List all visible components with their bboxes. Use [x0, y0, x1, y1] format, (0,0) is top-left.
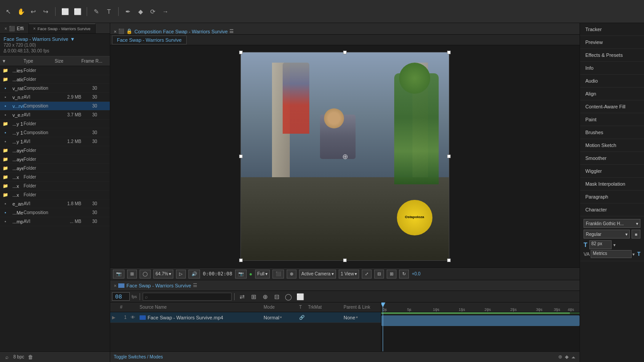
viewer-playback-btn[interactable]: ▷ — [176, 270, 186, 278]
layer-parent-dropdown[interactable]: None ▾ — [344, 315, 379, 320]
hand-tool-icon[interactable]: ✋ — [16, 7, 26, 16]
panel-item-character[interactable]: Character — [580, 203, 644, 216]
viewer-regions-btn[interactable]: ⊟ — [374, 270, 384, 278]
list-item[interactable]: ▪ ...y 1.mp4 AVI 1.2 MB 30 — [0, 137, 110, 146]
font-family-dropdown[interactable]: Franklin Gothic H... ▾ — [584, 219, 640, 228]
pen-tool-icon[interactable]: ✎ — [92, 7, 101, 16]
viewer-grid2-btn[interactable]: ⊞ — [387, 270, 396, 278]
panel-item-brushes[interactable]: Brushes — [580, 126, 644, 139]
toggle-switches-button[interactable]: Toggle Switches / Modes — [114, 354, 163, 359]
view-options-btn[interactable]: ⊕ — [287, 270, 296, 278]
list-item[interactable]: 📁 ...x Folder — [0, 182, 110, 191]
list-item[interactable]: 📁 ...ies Folder — [0, 66, 110, 75]
composition-viewer[interactable]: Ostapoloza ⊕ — [110, 45, 580, 267]
layer-visibility-icon[interactable]: 👁 — [131, 315, 140, 320]
timeline-tool-2[interactable]: ⊞ — [249, 292, 259, 302]
panel-item-align[interactable]: Align — [580, 88, 644, 100]
list-item[interactable]: ▪ ...mp4 AVI ... MB 30 — [0, 217, 110, 226]
viewer-zoom-dropdown[interactable]: 64.7% ▾ — [153, 270, 173, 278]
font-size-input[interactable]: 82 px — [589, 240, 612, 249]
font-color-swatch[interactable]: ■ — [632, 230, 640, 239]
curve-editor-icon[interactable]: ⏶ — [571, 354, 576, 360]
timeline-tab-label[interactable]: Face Swap - Warriors Survive — [126, 283, 191, 288]
transform-handle-bm[interactable] — [343, 259, 347, 262]
panel-item-motion-sketch[interactable]: Motion Sketch — [580, 139, 644, 152]
quality-dropdown[interactable]: Full ▾ — [255, 270, 270, 278]
panel-item-paint[interactable]: Paint — [580, 113, 644, 126]
viewer-snapshot-btn[interactable]: 📷 — [113, 270, 124, 278]
project-tab-close-icon[interactable]: × — [33, 26, 36, 31]
viewer-mask-btn[interactable]: ◯ — [140, 270, 151, 278]
list-item[interactable]: ▪ v_ration Composition 30 — [0, 84, 110, 93]
list-item[interactable]: 📁 ...ayers Folder — [0, 146, 110, 155]
list-item[interactable]: 📁 ...x Folder — [0, 173, 110, 182]
search-icon[interactable]: ⌕ — [2, 352, 12, 362]
eraser-tool-icon[interactable]: ⟳ — [148, 7, 158, 16]
close-icon[interactable]: × — [114, 29, 116, 34]
viewer-snapshot2-btn[interactable]: 📷 — [235, 270, 247, 278]
transform-handle-ml[interactable] — [239, 155, 243, 158]
panel-item-wiggler[interactable]: Wiggler — [580, 165, 644, 178]
panel-item-paragraph[interactable]: Paragraph — [580, 191, 644, 203]
keyframe-nav-icon[interactable]: ◆ — [565, 354, 568, 360]
transform-handle-br[interactable] — [447, 259, 451, 262]
timeline-track-area[interactable]: 0s 5s 10s 15s 20s 25s 30s 35s 40s 45s — [381, 302, 580, 351]
transform-handle-bl[interactable] — [239, 259, 243, 262]
clone-tool-icon[interactable]: ◆ — [136, 7, 145, 16]
undo-icon[interactable]: ↩ — [28, 7, 38, 16]
viewer-expand-btn[interactable]: ⤢ — [362, 270, 372, 278]
comp-icon-btn[interactable]: ⬛ — [272, 270, 284, 278]
delete-icon[interactable]: 🗑 — [26, 352, 36, 362]
viewer-audio-btn[interactable]: 🔊 — [188, 270, 200, 278]
timeline-timecode[interactable]: 08 — [112, 292, 130, 301]
font-style-dropdown[interactable]: Regular ▾ — [584, 230, 630, 239]
redo-icon[interactable]: ↪ — [41, 7, 51, 16]
panel-item-content-aware-fill[interactable]: Content-Aware Fill — [580, 100, 644, 113]
transform-handle-tr[interactable] — [447, 51, 451, 54]
panel-item-tracker[interactable]: Tracker — [580, 23, 644, 36]
list-item[interactable]: 📁 ...ayers Folder — [0, 164, 110, 173]
puppet-tool-icon[interactable]: → — [160, 7, 170, 16]
menu-icon[interactable]: ☰ — [229, 28, 234, 34]
add-keyframe-icon[interactable]: ⊕ — [558, 354, 562, 360]
transform-handle-tl[interactable] — [239, 51, 243, 54]
layer-expand-icon[interactable]: ▶ — [112, 315, 120, 320]
comp-secondary-tab[interactable]: Face Swap - Warriors Survive — [112, 36, 187, 44]
layer-row[interactable]: ▶ 1 👁 Face Swap - Warriors Survive.mp4 N… — [110, 312, 381, 323]
tab-close-icon[interactable]: × — [4, 26, 7, 31]
viewer-refresh-btn[interactable]: ↻ — [399, 270, 409, 278]
timeline-playhead[interactable] — [383, 302, 383, 312]
list-item[interactable]: ▪ e_ance AVI 1.8 MB 30 — [0, 199, 110, 208]
list-item[interactable]: 📁 ...y 1 Folder — [0, 119, 110, 128]
transform-handle-mr[interactable] — [447, 155, 451, 158]
layer-tool-icon[interactable]: ⬜ — [72, 7, 82, 16]
list-item[interactable]: 📁 ...ations Folder — [0, 75, 110, 84]
timeline-tool-3[interactable]: ⊕ — [260, 292, 270, 302]
list-item[interactable]: 📁 ...ayers Folder — [0, 155, 110, 164]
panel-item-preview[interactable]: Preview — [580, 36, 644, 49]
timeline-search-bar[interactable]: ⌕ — [143, 293, 232, 301]
superscript-icon[interactable]: T — [637, 251, 640, 257]
list-item[interactable]: 📁 ...x Folder — [0, 191, 110, 199]
panel-item-audio[interactable]: Audio — [580, 75, 644, 88]
panel-item-smoother[interactable]: Smoother — [580, 152, 644, 165]
metrics-dropdown[interactable]: Metrics — [591, 250, 632, 258]
timeline-tool-6[interactable]: ⬜ — [295, 292, 305, 302]
layer-mode-dropdown[interactable]: Normal ▾ — [264, 315, 299, 320]
select-tool-icon[interactable]: ↖ — [4, 7, 13, 16]
timeline-tool-5[interactable]: ◯ — [284, 292, 293, 302]
list-item[interactable]: ▪ ...y 1.mp4 Composition 30 — [0, 128, 110, 137]
rect-tool-icon[interactable]: ⬜ — [60, 7, 70, 16]
effects-tab[interactable]: × ⬛ Effi — [0, 24, 29, 33]
panel-item-info[interactable]: Info — [580, 62, 644, 75]
panel-item-effects-presets[interactable]: Effects & Presets — [580, 49, 644, 62]
list-item[interactable]: ▪ v_n.mp4 AVI 2.9 MB 30 — [0, 93, 110, 102]
transform-handle-tm[interactable] — [343, 51, 347, 54]
views-dropdown[interactable]: 1 View ▾ — [339, 270, 360, 278]
timeline-menu-icon[interactable]: ☰ — [193, 282, 197, 288]
timeline-tab-close[interactable]: × — [114, 283, 116, 288]
track-bar[interactable] — [381, 315, 580, 326]
timeline-tool-1[interactable]: ⇄ — [237, 292, 247, 302]
list-item[interactable]: ▪ v...rvive Composition 30 — [0, 102, 110, 111]
viewer-grid-btn[interactable]: ⊞ — [127, 270, 137, 278]
